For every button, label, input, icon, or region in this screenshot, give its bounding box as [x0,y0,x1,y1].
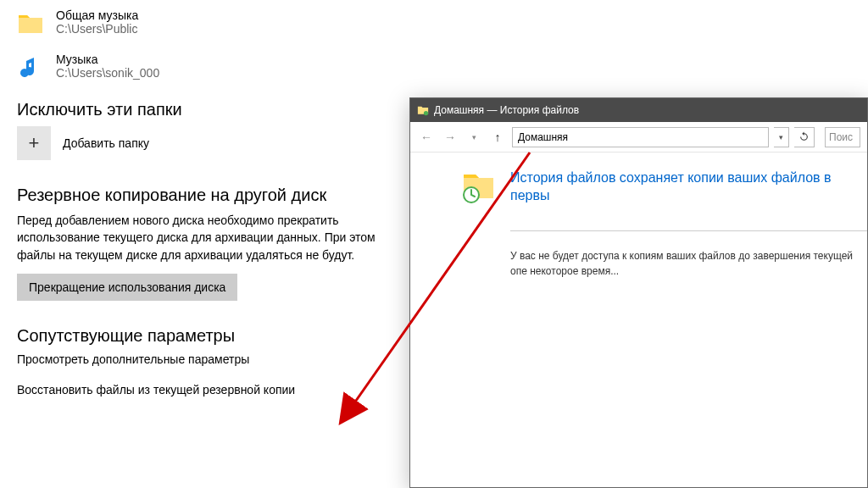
stop-using-disk-button[interactable]: Прекращение использования диска [17,274,237,301]
refresh-icon [798,131,810,142]
search-placeholder: Поис [829,131,853,143]
content-area: История файлов сохраняет копии ваших фай… [410,152,867,279]
folder-item-user-music[interactable]: Музыка C:\Users\sonik_000 [17,53,398,81]
nav-up-button[interactable]: ↑ [488,128,507,147]
content-body: У вас не будет доступа к копиям ваших фа… [510,248,867,279]
file-history-window: Домашняя — История файлов ← → ▾ ↑ Домашн… [409,97,868,488]
svg-point-0 [424,111,428,115]
window-title: Домашняя — История файлов [434,104,579,116]
music-icon [17,54,44,81]
exclude-title: Исключить эти папки [17,100,398,119]
folder-icon [17,10,44,37]
related-title: Сопутствующие параметры [17,326,398,346]
folder-name: Общая музыка [56,8,138,22]
folder-path: C:\Users\sonik_000 [56,66,159,80]
folder-path: C:\Users\Public [56,22,138,36]
search-input[interactable]: Поис [825,127,860,147]
backup-disk-title: Резервное копирование на другой диск [17,186,398,205]
file-history-icon [461,169,495,203]
folder-item-public-music[interactable]: Общая музыка C:\Users\Public [17,8,398,37]
address-bar[interactable]: Домашняя [512,127,769,147]
refresh-button[interactable] [794,127,815,147]
link-restore-files[interactable]: Восстановить файлы из текущей резервной … [17,383,398,396]
folder-name: Музыка [56,53,159,66]
backup-disk-text: Перед добавлением нового диска необходим… [17,212,398,263]
add-folder-button[interactable]: + [17,126,51,160]
divider [510,230,867,231]
chevron-down-icon[interactable]: ▾ [465,128,483,147]
nav-back-button[interactable]: ← [417,128,436,147]
link-more-options[interactable]: Просмотреть дополнительные параметры [17,352,398,366]
plus-icon: + [29,132,40,154]
nav-forward-button[interactable]: → [441,128,459,147]
address-dropdown[interactable]: ▾ [774,127,789,147]
content-heading: История файлов сохраняет копии ваших фай… [510,169,867,205]
toolbar: ← → ▾ ↑ Домашняя ▾ Поис [410,122,867,152]
address-text: Домашняя [518,131,568,143]
add-folder-label: Добавить папку [63,136,149,150]
settings-panel: Общая музыка C:\Users\Public Музыка C:\U… [17,8,398,413]
folder-small-icon [417,104,429,116]
titlebar[interactable]: Домашняя — История файлов [410,98,867,122]
